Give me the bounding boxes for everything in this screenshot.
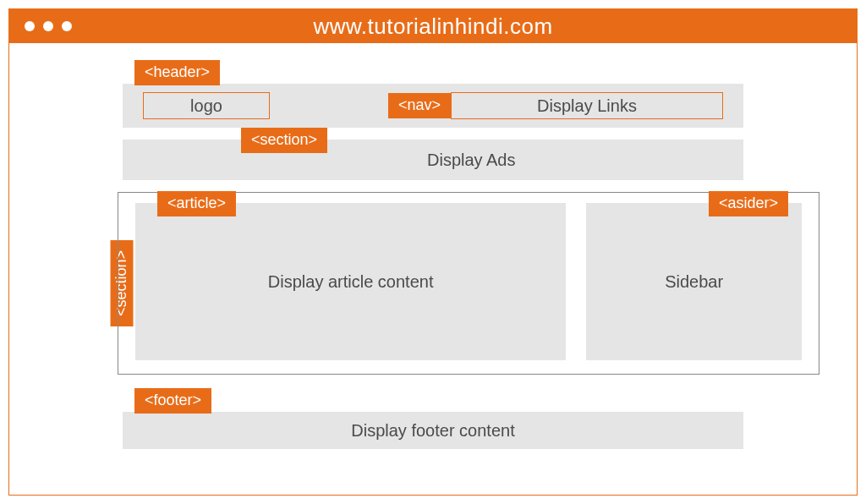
nav-group: <nav> Display Links xyxy=(388,92,723,119)
aside-column: <asider> Sidebar xyxy=(586,203,802,360)
main-region: <section> <article> Display article cont… xyxy=(30,192,836,375)
article-box: Display article content xyxy=(135,203,566,360)
titlebar-url: www.tutorialinhindi.com xyxy=(9,14,857,40)
header-bar: logo <nav> Display Links xyxy=(123,84,743,128)
ads-bar: Display Ads xyxy=(123,140,743,180)
footer-text: Display footer content xyxy=(351,421,514,441)
logo-text: logo xyxy=(190,96,222,116)
aside-box: Sidebar xyxy=(586,203,802,360)
dot-icon[interactable] xyxy=(25,21,35,31)
titlebar: www.tutorialinhindi.com xyxy=(9,9,857,43)
article-column: <article> Display article content xyxy=(135,203,566,360)
header-tag-label: <header> xyxy=(134,60,220,85)
aside-text: Sidebar xyxy=(665,272,723,292)
nav-tag-label: <nav> xyxy=(388,93,451,118)
ads-text: Display Ads xyxy=(427,151,516,170)
header-region: <header> logo <nav> Display Links xyxy=(123,60,743,128)
section-tag-label: <section> xyxy=(241,128,327,153)
footer-bar: Display footer content xyxy=(123,412,743,449)
aside-tag-label: <asider> xyxy=(709,191,788,216)
layout-canvas: <header> logo <nav> Display Links <secti… xyxy=(9,43,857,457)
article-text: Display article content xyxy=(268,272,434,292)
nav-links-text: Display Links xyxy=(537,96,637,116)
main-outline: <article> Display article content <aside… xyxy=(118,192,819,375)
footer-tag-label: <footer> xyxy=(134,388,211,414)
dot-icon[interactable] xyxy=(43,21,53,31)
dot-icon[interactable] xyxy=(62,21,72,31)
logo-box: logo xyxy=(143,92,270,119)
article-tag-label: <article> xyxy=(157,191,236,216)
browser-window: www.tutorialinhindi.com <header> logo <n… xyxy=(8,8,858,496)
nav-links-box: Display Links xyxy=(451,92,723,119)
ads-region: <section> Display Ads xyxy=(123,140,743,180)
footer-region: <footer> Display footer content xyxy=(123,388,743,449)
window-controls xyxy=(25,21,72,31)
